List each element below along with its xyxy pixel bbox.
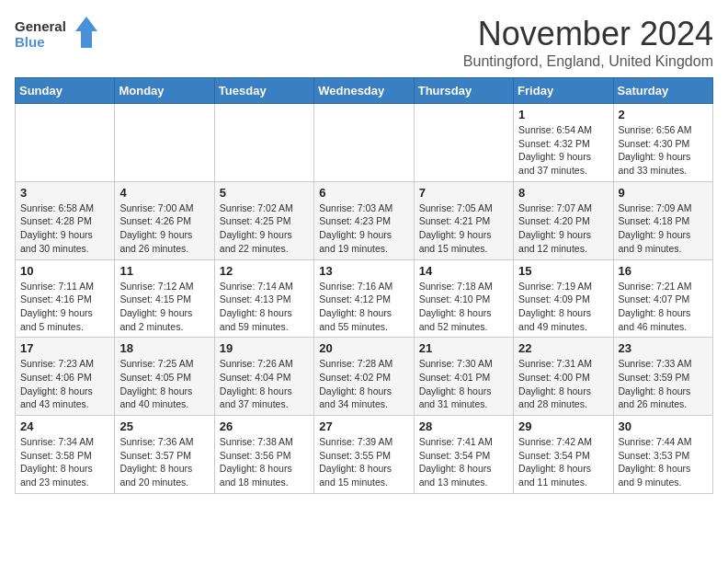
day-info: Sunrise: 7:26 AM Sunset: 4:04 PM Dayligh… bbox=[220, 357, 309, 411]
day-info: Sunrise: 7:07 AM Sunset: 4:20 PM Dayligh… bbox=[518, 201, 608, 256]
day-number: 30 bbox=[619, 419, 708, 433]
day-number: 12 bbox=[220, 264, 309, 278]
svg-text:Blue: Blue bbox=[15, 34, 45, 50]
calendar-cell: 23Sunrise: 7:33 AM Sunset: 3:59 PM Dayli… bbox=[613, 338, 712, 416]
day-info: Sunrise: 7:33 AM Sunset: 3:59 PM Dayligh… bbox=[619, 357, 708, 411]
day-number: 14 bbox=[419, 264, 508, 278]
day-info: Sunrise: 6:54 AM Sunset: 4:32 PM Dayligh… bbox=[518, 123, 608, 178]
day-number: 13 bbox=[319, 264, 408, 278]
day-number: 16 bbox=[619, 264, 708, 278]
day-number: 19 bbox=[220, 341, 309, 355]
day-info: Sunrise: 7:42 AM Sunset: 3:54 PM Dayligh… bbox=[518, 435, 608, 489]
col-header-friday: Friday bbox=[514, 78, 613, 104]
day-info: Sunrise: 7:38 AM Sunset: 3:56 PM Dayligh… bbox=[220, 435, 309, 489]
day-info: Sunrise: 7:31 AM Sunset: 4:00 PM Dayligh… bbox=[518, 357, 608, 411]
day-number: 29 bbox=[518, 419, 608, 433]
day-info: Sunrise: 6:56 AM Sunset: 4:30 PM Dayligh… bbox=[619, 123, 708, 178]
calendar-cell: 28Sunrise: 7:41 AM Sunset: 3:54 PM Dayli… bbox=[414, 416, 513, 494]
day-number: 8 bbox=[518, 186, 608, 200]
day-number: 1 bbox=[518, 108, 608, 121]
day-number: 23 bbox=[619, 341, 708, 355]
calendar-cell: 21Sunrise: 7:30 AM Sunset: 4:01 PM Dayli… bbox=[414, 338, 513, 416]
calendar-header-row: SundayMondayTuesdayWednesdayThursdayFrid… bbox=[16, 78, 713, 104]
calendar-cell: 30Sunrise: 7:44 AM Sunset: 3:53 PM Dayli… bbox=[613, 416, 712, 494]
day-number: 22 bbox=[518, 341, 608, 355]
day-info: Sunrise: 7:36 AM Sunset: 3:57 PM Dayligh… bbox=[119, 435, 209, 489]
location-title: Buntingford, England, United Kingdom bbox=[463, 53, 713, 70]
day-info: Sunrise: 7:02 AM Sunset: 4:25 PM Dayligh… bbox=[220, 201, 309, 256]
day-info: Sunrise: 7:03 AM Sunset: 4:23 PM Dayligh… bbox=[319, 201, 408, 256]
calendar-week-row: 17Sunrise: 7:23 AM Sunset: 4:06 PM Dayli… bbox=[16, 338, 713, 416]
day-info: Sunrise: 7:09 AM Sunset: 4:18 PM Dayligh… bbox=[619, 201, 708, 256]
day-number: 26 bbox=[220, 419, 309, 433]
day-number: 5 bbox=[220, 186, 309, 200]
calendar-cell: 4Sunrise: 7:00 AM Sunset: 4:26 PM Daylig… bbox=[115, 181, 214, 259]
calendar-cell: 8Sunrise: 7:07 AM Sunset: 4:20 PM Daylig… bbox=[514, 181, 613, 259]
calendar-cell bbox=[214, 104, 313, 182]
day-info: Sunrise: 7:11 AM Sunset: 4:16 PM Dayligh… bbox=[20, 280, 109, 334]
calendar-cell: 5Sunrise: 7:02 AM Sunset: 4:25 PM Daylig… bbox=[214, 181, 313, 259]
col-header-wednesday: Wednesday bbox=[314, 78, 414, 104]
day-info: Sunrise: 7:30 AM Sunset: 4:01 PM Dayligh… bbox=[419, 357, 508, 411]
calendar-cell: 25Sunrise: 7:36 AM Sunset: 3:57 PM Dayli… bbox=[115, 416, 214, 494]
calendar-cell: 19Sunrise: 7:26 AM Sunset: 4:04 PM Dayli… bbox=[214, 338, 313, 416]
day-info: Sunrise: 7:19 AM Sunset: 4:09 PM Dayligh… bbox=[518, 280, 608, 334]
day-info: Sunrise: 7:28 AM Sunset: 4:02 PM Dayligh… bbox=[319, 357, 408, 411]
calendar-week-row: 3Sunrise: 6:58 AM Sunset: 4:28 PM Daylig… bbox=[16, 181, 713, 259]
calendar-cell: 6Sunrise: 7:03 AM Sunset: 4:23 PM Daylig… bbox=[314, 181, 414, 259]
day-number: 10 bbox=[20, 264, 109, 278]
calendar-cell: 27Sunrise: 7:39 AM Sunset: 3:55 PM Dayli… bbox=[314, 416, 414, 494]
day-info: Sunrise: 7:23 AM Sunset: 4:06 PM Dayligh… bbox=[20, 357, 109, 411]
day-number: 28 bbox=[419, 419, 508, 433]
calendar-cell: 29Sunrise: 7:42 AM Sunset: 3:54 PM Dayli… bbox=[514, 416, 613, 494]
day-number: 15 bbox=[518, 264, 608, 278]
calendar-cell: 2Sunrise: 6:56 AM Sunset: 4:30 PM Daylig… bbox=[613, 104, 712, 182]
calendar-cell: 24Sunrise: 7:34 AM Sunset: 3:58 PM Dayli… bbox=[16, 416, 115, 494]
day-info: Sunrise: 6:58 AM Sunset: 4:28 PM Dayligh… bbox=[20, 201, 109, 256]
svg-marker-2 bbox=[75, 17, 97, 48]
day-number: 18 bbox=[119, 341, 209, 355]
day-number: 24 bbox=[20, 419, 109, 433]
day-info: Sunrise: 7:00 AM Sunset: 4:26 PM Dayligh… bbox=[119, 201, 209, 256]
calendar-cell: 26Sunrise: 7:38 AM Sunset: 3:56 PM Dayli… bbox=[214, 416, 313, 494]
calendar-cell bbox=[314, 104, 414, 182]
col-header-thursday: Thursday bbox=[414, 78, 513, 104]
calendar-week-row: 24Sunrise: 7:34 AM Sunset: 3:58 PM Dayli… bbox=[16, 416, 713, 494]
calendar-cell: 15Sunrise: 7:19 AM Sunset: 4:09 PM Dayli… bbox=[514, 259, 613, 338]
day-info: Sunrise: 7:25 AM Sunset: 4:05 PM Dayligh… bbox=[119, 357, 209, 411]
day-number: 7 bbox=[419, 186, 508, 200]
day-info: Sunrise: 7:21 AM Sunset: 4:07 PM Dayligh… bbox=[619, 280, 708, 334]
calendar-table: SundayMondayTuesdayWednesdayThursdayFrid… bbox=[15, 77, 713, 494]
calendar-cell bbox=[414, 104, 513, 182]
day-info: Sunrise: 7:12 AM Sunset: 4:15 PM Dayligh… bbox=[119, 280, 209, 334]
day-number: 6 bbox=[319, 186, 408, 200]
day-number: 2 bbox=[619, 108, 708, 121]
calendar-cell: 17Sunrise: 7:23 AM Sunset: 4:06 PM Dayli… bbox=[16, 338, 115, 416]
logo: General Blue bbox=[15, 15, 97, 56]
calendar-week-row: 1Sunrise: 6:54 AM Sunset: 4:32 PM Daylig… bbox=[16, 104, 713, 182]
day-info: Sunrise: 7:14 AM Sunset: 4:13 PM Dayligh… bbox=[220, 280, 309, 334]
calendar-cell bbox=[16, 104, 115, 182]
month-title: November 2024 bbox=[463, 15, 713, 53]
calendar-cell bbox=[115, 104, 214, 182]
calendar-cell: 16Sunrise: 7:21 AM Sunset: 4:07 PM Dayli… bbox=[613, 259, 712, 338]
day-number: 21 bbox=[419, 341, 508, 355]
day-number: 27 bbox=[319, 419, 408, 433]
day-number: 3 bbox=[20, 186, 109, 200]
day-number: 11 bbox=[119, 264, 209, 278]
logo-svg: General Blue bbox=[15, 15, 97, 56]
calendar-cell: 1Sunrise: 6:54 AM Sunset: 4:32 PM Daylig… bbox=[514, 104, 613, 182]
day-info: Sunrise: 7:05 AM Sunset: 4:21 PM Dayligh… bbox=[419, 201, 508, 256]
day-number: 9 bbox=[619, 186, 708, 200]
calendar-cell: 13Sunrise: 7:16 AM Sunset: 4:12 PM Dayli… bbox=[314, 259, 414, 338]
day-info: Sunrise: 7:34 AM Sunset: 3:58 PM Dayligh… bbox=[20, 435, 109, 489]
col-header-tuesday: Tuesday bbox=[214, 78, 313, 104]
calendar-cell: 18Sunrise: 7:25 AM Sunset: 4:05 PM Dayli… bbox=[115, 338, 214, 416]
title-area: November 2024 Buntingford, England, Unit… bbox=[463, 15, 713, 70]
day-number: 20 bbox=[319, 341, 408, 355]
calendar-cell: 22Sunrise: 7:31 AM Sunset: 4:00 PM Dayli… bbox=[514, 338, 613, 416]
calendar-week-row: 10Sunrise: 7:11 AM Sunset: 4:16 PM Dayli… bbox=[16, 259, 713, 338]
col-header-saturday: Saturday bbox=[613, 78, 712, 104]
calendar-cell: 10Sunrise: 7:11 AM Sunset: 4:16 PM Dayli… bbox=[16, 259, 115, 338]
day-info: Sunrise: 7:16 AM Sunset: 4:12 PM Dayligh… bbox=[319, 280, 408, 334]
